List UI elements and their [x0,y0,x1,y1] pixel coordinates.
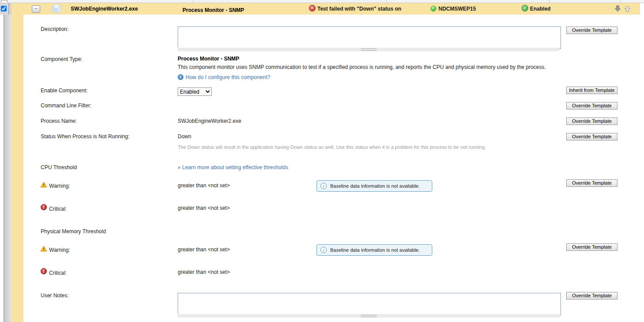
description-override-button[interactable]: Override Template [566,27,617,34]
critical-icon: ! [41,204,47,210]
memory-warning-override-button[interactable]: Override Template [566,243,617,251]
column-divider [621,0,621,3]
component-type-label: Component Type: [41,56,83,62]
cpu-critical-label: Critical: [49,206,67,212]
cpu-baseline-tooltip: i Baseline data information is not avail… [316,180,432,192]
cpu-critical-value: greater than <not set> [178,205,230,211]
cpu-threshold-label: CPU Threshold [41,164,77,170]
critical-icon: ! [41,268,47,274]
memory-threshold-label: Physical Memory Threshold [41,228,106,235]
row-checkbox[interactable] [1,6,7,11]
baseline-info-icon: i [320,183,327,189]
enabled-status-label: Enabled [530,6,551,12]
baseline-tooltip-text: Baseline data information is not availab… [330,183,420,189]
info-icon: i [178,74,183,80]
component-name: SWJobEngineWorker2.exe [71,6,138,12]
warning-icon [40,246,47,252]
user-notes-resize-grip[interactable] [178,314,559,318]
column-divider [193,0,194,3]
component-type-header: Process Monitor - SNMP [183,7,244,13]
cpu-warning-label: Warning: [49,183,70,189]
status-not-running-help: The Down status will result in the appli… [178,144,540,150]
description-textarea[interactable] [178,27,561,49]
warning-icon [40,182,47,188]
command-line-filter-label: Command Line Filter: [41,102,91,109]
process-name-value: SWJobEngineWorker2.exe [178,118,241,124]
left-gray-rail [4,15,11,322]
component-type-description: This component monitor uses SNMP communi… [178,64,644,70]
row-gutter [9,3,11,15]
user-notes-textarea[interactable] [178,293,561,315]
thresholds-learn-more-link[interactable]: » Learn more about setting effective thr… [178,164,288,170]
enabled-check-icon: ✓ [522,5,528,11]
component-header-row: − SWJobEngineWorker2.exe Process Monitor… [0,3,640,15]
select-all-checkbox-fragment [1,0,8,3]
status-not-running-label: Status When Process is Not Running: [41,133,130,140]
memory-baseline-tooltip: i Baseline data information is not avail… [316,244,432,256]
process-name-label: Process Name: [41,118,77,124]
command-line-override-button[interactable]: Override Template [566,102,617,110]
column-header-strip [0,0,644,3]
baseline-tooltip-text: Baseline data information is not availab… [330,247,420,253]
column-divider [549,0,549,3]
status-override-button[interactable]: Override Template [566,133,617,140]
user-notes-label: User Notes: [41,292,69,299]
component-type-value: Process Monitor - SNMP [178,56,239,62]
move-down-icon[interactable] [614,5,621,12]
column-divider [386,0,387,3]
description-label: Description: [41,26,69,32]
test-failed-icon: ✕ [309,5,316,11]
baseline-info-icon: i [320,247,327,253]
server-name: NDCMSWEP15 [438,6,476,12]
memory-warning-value: greater than <not set> [178,246,230,253]
enable-component-label: Enable Component: [41,87,88,94]
collapse-button[interactable]: − [32,5,40,13]
memory-critical-value: greater than <not set> [178,269,230,275]
test-status-text: Test failed with "Down" status on [317,6,401,12]
cpu-warning-value: greater than <not set> [178,182,230,189]
description-resize-grip[interactable] [178,48,559,51]
process-name-override-button[interactable]: Override Template [566,117,617,125]
node-up-status-icon [431,6,436,11]
left-yellow-rail [11,15,23,322]
component-cube-icon [51,4,62,15]
enable-inherit-button[interactable]: Inherit from Template [566,87,617,94]
status-not-running-value: Down [178,133,191,140]
enable-component-select[interactable]: Enabled [178,87,212,96]
move-up-icon[interactable] [624,5,631,12]
row-checkbox-cell [0,3,9,15]
memory-critical-label: Critical: [49,270,67,276]
cpu-warning-override-button[interactable]: Override Template [566,179,617,187]
configure-help-link[interactable]: How do I configure this component? [186,74,270,80]
memory-warning-label: Warning: [49,247,70,253]
user-notes-override-button[interactable]: Override Template [566,292,617,299]
